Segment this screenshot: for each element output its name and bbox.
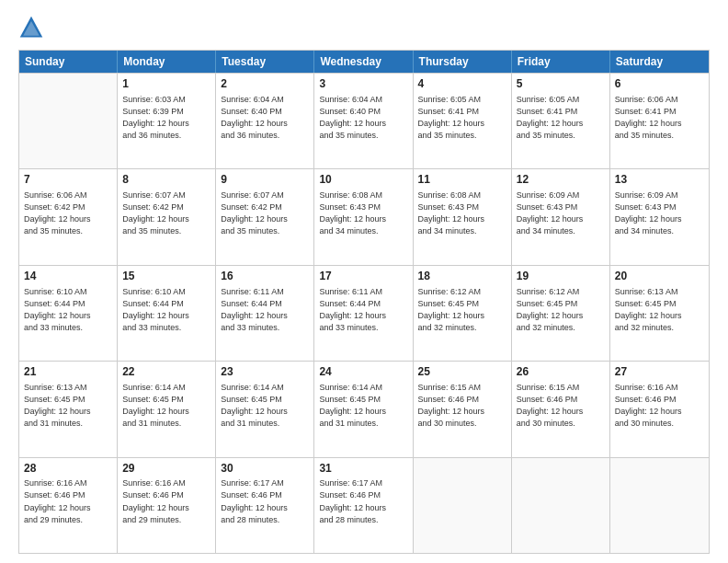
day-number: 29 [122, 461, 210, 477]
calendar-header-cell: Sunday [19, 51, 118, 73]
day-info: Sunrise: 6:16 AMSunset: 6:46 PMDaylight:… [122, 477, 210, 525]
calendar-cell: 3Sunrise: 6:04 AMSunset: 6:40 PMDaylight… [314, 74, 413, 168]
calendar-cell: 17Sunrise: 6:11 AMSunset: 6:44 PMDayligh… [314, 266, 413, 361]
calendar-cell: 28Sunrise: 6:16 AMSunset: 6:46 PMDayligh… [19, 458, 118, 553]
day-number: 8 [122, 172, 210, 188]
calendar-cell: 23Sunrise: 6:14 AMSunset: 6:45 PMDayligh… [216, 362, 314, 456]
calendar-cell: 14Sunrise: 6:10 AMSunset: 6:44 PMDayligh… [19, 266, 118, 361]
day-number: 4 [418, 76, 506, 92]
calendar-header-cell: Saturday [610, 51, 709, 73]
page: SundayMondayTuesdayWednesdayThursdayFrid… [0, 0, 728, 563]
day-info: Sunrise: 6:08 AMSunset: 6:43 PMDaylight:… [319, 190, 407, 237]
day-info: Sunrise: 6:05 AMSunset: 6:41 PMDaylight:… [517, 94, 605, 142]
day-number: 31 [319, 461, 407, 477]
calendar: SundayMondayTuesdayWednesdayThursdayFrid… [18, 50, 710, 554]
logo [18, 15, 48, 40]
calendar-cell: 29Sunrise: 6:16 AMSunset: 6:46 PMDayligh… [118, 458, 216, 553]
calendar-cell [512, 458, 610, 553]
day-info: Sunrise: 6:15 AMSunset: 6:46 PMDaylight:… [517, 382, 605, 430]
day-number: 5 [517, 76, 605, 92]
day-info: Sunrise: 6:13 AMSunset: 6:45 PMDaylight:… [615, 286, 704, 334]
calendar-cell: 13Sunrise: 6:09 AMSunset: 6:43 PMDayligh… [610, 169, 709, 264]
calendar-cell: 1Sunrise: 6:03 AMSunset: 6:39 PMDaylight… [118, 74, 216, 168]
day-number: 24 [319, 364, 407, 380]
calendar-cell: 6Sunrise: 6:06 AMSunset: 6:41 PMDaylight… [610, 74, 709, 168]
calendar-header-cell: Wednesday [314, 51, 413, 73]
calendar-header-cell: Tuesday [216, 51, 314, 73]
day-number: 30 [221, 461, 309, 477]
day-info: Sunrise: 6:11 AMSunset: 6:44 PMDaylight:… [221, 286, 309, 334]
day-info: Sunrise: 6:03 AMSunset: 6:39 PMDaylight:… [122, 94, 210, 142]
calendar-cell: 24Sunrise: 6:14 AMSunset: 6:45 PMDayligh… [314, 362, 413, 456]
calendar-cell: 26Sunrise: 6:15 AMSunset: 6:46 PMDayligh… [512, 362, 610, 456]
day-number: 9 [221, 172, 309, 188]
day-info: Sunrise: 6:11 AMSunset: 6:44 PMDaylight:… [319, 286, 407, 334]
day-info: Sunrise: 6:14 AMSunset: 6:45 PMDaylight:… [221, 382, 309, 430]
header [18, 15, 710, 40]
calendar-cell: 8Sunrise: 6:07 AMSunset: 6:42 PMDaylight… [118, 169, 216, 264]
day-number: 22 [122, 364, 210, 380]
day-number: 1 [122, 76, 210, 92]
calendar-cell: 27Sunrise: 6:16 AMSunset: 6:46 PMDayligh… [610, 362, 709, 456]
calendar-week: 7Sunrise: 6:06 AMSunset: 6:42 PMDaylight… [19, 168, 709, 264]
calendar-cell: 4Sunrise: 6:05 AMSunset: 6:41 PMDaylight… [414, 74, 512, 168]
day-info: Sunrise: 6:05 AMSunset: 6:41 PMDaylight:… [418, 94, 506, 142]
day-number: 25 [418, 364, 506, 380]
day-info: Sunrise: 6:07 AMSunset: 6:42 PMDaylight:… [122, 190, 210, 237]
calendar-header-row: SundayMondayTuesdayWednesdayThursdayFrid… [19, 51, 709, 73]
day-number: 20 [615, 269, 704, 284]
day-info: Sunrise: 6:12 AMSunset: 6:45 PMDaylight:… [517, 286, 605, 334]
day-number: 14 [24, 269, 112, 284]
day-number: 3 [319, 76, 407, 92]
day-info: Sunrise: 6:16 AMSunset: 6:46 PMDaylight:… [615, 382, 704, 430]
day-info: Sunrise: 6:06 AMSunset: 6:42 PMDaylight:… [24, 190, 112, 237]
calendar-cell [610, 458, 709, 553]
calendar-cell [19, 74, 118, 168]
day-info: Sunrise: 6:14 AMSunset: 6:45 PMDaylight:… [122, 382, 210, 430]
day-info: Sunrise: 6:10 AMSunset: 6:44 PMDaylight:… [24, 286, 112, 334]
day-number: 21 [24, 364, 112, 380]
day-info: Sunrise: 6:12 AMSunset: 6:45 PMDaylight:… [418, 286, 506, 334]
calendar-cell [414, 458, 512, 553]
day-info: Sunrise: 6:14 AMSunset: 6:45 PMDaylight:… [319, 382, 407, 430]
day-number: 23 [221, 364, 309, 380]
calendar-cell: 19Sunrise: 6:12 AMSunset: 6:45 PMDayligh… [512, 266, 610, 361]
day-info: Sunrise: 6:04 AMSunset: 6:40 PMDaylight:… [221, 94, 309, 142]
day-number: 6 [615, 76, 704, 92]
day-info: Sunrise: 6:16 AMSunset: 6:46 PMDaylight:… [24, 477, 112, 525]
calendar-cell: 10Sunrise: 6:08 AMSunset: 6:43 PMDayligh… [314, 169, 413, 264]
day-number: 16 [221, 269, 309, 284]
calendar-cell: 15Sunrise: 6:10 AMSunset: 6:44 PMDayligh… [118, 266, 216, 361]
calendar-cell: 7Sunrise: 6:06 AMSunset: 6:42 PMDaylight… [19, 169, 118, 264]
day-number: 13 [615, 172, 704, 188]
calendar-body: 1Sunrise: 6:03 AMSunset: 6:39 PMDaylight… [19, 73, 709, 553]
calendar-cell: 31Sunrise: 6:17 AMSunset: 6:46 PMDayligh… [314, 458, 413, 553]
calendar-cell: 21Sunrise: 6:13 AMSunset: 6:45 PMDayligh… [19, 362, 118, 456]
calendar-week: 1Sunrise: 6:03 AMSunset: 6:39 PMDaylight… [19, 73, 709, 168]
day-number: 2 [221, 76, 309, 92]
day-info: Sunrise: 6:09 AMSunset: 6:43 PMDaylight:… [615, 190, 704, 237]
calendar-week: 21Sunrise: 6:13 AMSunset: 6:45 PMDayligh… [19, 361, 709, 456]
day-number: 18 [418, 269, 506, 284]
day-number: 17 [319, 269, 407, 284]
day-info: Sunrise: 6:06 AMSunset: 6:41 PMDaylight:… [615, 94, 704, 142]
day-number: 11 [418, 172, 506, 188]
calendar-cell: 18Sunrise: 6:12 AMSunset: 6:45 PMDayligh… [414, 266, 512, 361]
calendar-cell: 25Sunrise: 6:15 AMSunset: 6:46 PMDayligh… [414, 362, 512, 456]
day-number: 15 [122, 269, 210, 284]
calendar-cell: 30Sunrise: 6:17 AMSunset: 6:46 PMDayligh… [216, 458, 314, 553]
day-number: 10 [319, 172, 407, 188]
calendar-week: 14Sunrise: 6:10 AMSunset: 6:44 PMDayligh… [19, 265, 709, 361]
logo-icon [18, 15, 44, 40]
day-info: Sunrise: 6:08 AMSunset: 6:43 PMDaylight:… [418, 190, 506, 237]
calendar-header-cell: Monday [118, 51, 216, 73]
calendar-cell: 9Sunrise: 6:07 AMSunset: 6:42 PMDaylight… [216, 169, 314, 264]
day-info: Sunrise: 6:17 AMSunset: 6:46 PMDaylight:… [221, 477, 309, 525]
day-info: Sunrise: 6:10 AMSunset: 6:44 PMDaylight:… [122, 286, 210, 334]
calendar-cell: 20Sunrise: 6:13 AMSunset: 6:45 PMDayligh… [610, 266, 709, 361]
day-info: Sunrise: 6:15 AMSunset: 6:46 PMDaylight:… [418, 382, 506, 430]
calendar-cell: 11Sunrise: 6:08 AMSunset: 6:43 PMDayligh… [414, 169, 512, 264]
calendar-cell: 16Sunrise: 6:11 AMSunset: 6:44 PMDayligh… [216, 266, 314, 361]
day-number: 27 [615, 364, 704, 380]
day-number: 12 [517, 172, 605, 188]
